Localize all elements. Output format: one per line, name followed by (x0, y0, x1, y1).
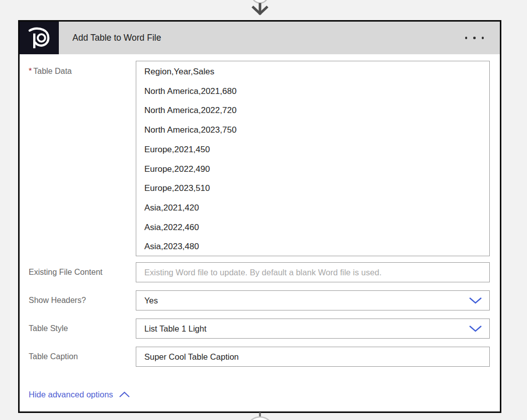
plumsail-logo-icon (20, 22, 59, 54)
action-card: Add Table to Word File *Table Data Regio… (18, 20, 501, 413)
field-label-existing-file-content: Existing File Content (29, 268, 136, 277)
table-data-input[interactable]: Region,Year,Sales North America,2021,680… (136, 61, 490, 256)
insert-step-node[interactable] (244, 412, 276, 420)
required-asterisk: * (29, 67, 32, 75)
dropdown-selected-value: List Table 1 Light (144, 324, 207, 334)
hide-advanced-options-link[interactable]: Hide advanced options (29, 390, 130, 399)
chevron-down-icon (469, 325, 482, 332)
card-title: Add Table to Word File (72, 33, 161, 43)
hide-advanced-options-label: Hide advanced options (29, 390, 113, 399)
table-style-dropdown[interactable]: List Table 1 Light (136, 319, 490, 339)
show-headers-dropdown[interactable]: Yes (136, 290, 490, 310)
field-row-existing-file-content: Existing File Content (29, 262, 490, 282)
field-label-table-style: Table Style (29, 324, 136, 333)
field-label-table-caption: Table Caption (29, 352, 136, 361)
ellipsis-icon (482, 37, 484, 39)
bottom-connector (244, 412, 276, 420)
ellipsis-menu-button[interactable] (462, 32, 487, 44)
field-row-table-data: *Table Data Region,Year,Sales North Amer… (29, 61, 490, 256)
chevron-up-icon (119, 391, 130, 398)
field-row-table-style: Table Style List Table 1 Light (29, 319, 490, 339)
field-label-table-data: *Table Data (29, 61, 136, 76)
top-connector (245, 0, 275, 19)
table-caption-input[interactable] (136, 347, 490, 367)
field-label-text: Table Data (33, 67, 72, 75)
card-header[interactable]: Add Table to Word File (20, 22, 500, 54)
arrow-down-icon (245, 0, 275, 17)
ellipsis-icon (465, 37, 468, 39)
dropdown-selected-value: Yes (144, 296, 158, 305)
field-label-show-headers: Show Headers? (29, 296, 136, 305)
card-body: *Table Data Region,Year,Sales North Amer… (20, 54, 500, 411)
existing-file-content-input[interactable] (136, 262, 490, 282)
field-row-table-caption: Table Caption (29, 347, 490, 367)
field-row-show-headers: Show Headers? Yes (29, 290, 490, 310)
ellipsis-icon (473, 37, 476, 39)
chevron-down-icon (469, 297, 482, 304)
